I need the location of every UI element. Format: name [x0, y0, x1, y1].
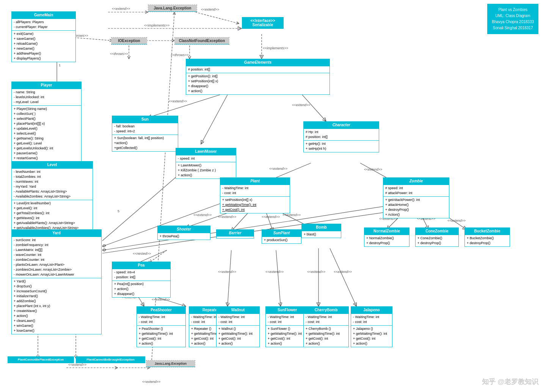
- svg-text:<<extend>>: <<extend>>: [269, 167, 287, 171]
- sun-flower-methods: + SunFlower () + getWaitingTime(): int +…: [266, 325, 309, 347]
- bucket-zombie-title: BucketZombie: [465, 228, 510, 235]
- character-title: Character: [304, 122, 379, 129]
- sun-flower-title: SunFlower: [266, 307, 309, 314]
- cherry-bomb-box: CherryBomb - WaitingTime: int - cost: in…: [303, 306, 349, 347]
- zombie-methods: + getAttackPower(): int + attackHome() +…: [383, 196, 449, 218]
- bomb-methods: + blast(): [302, 231, 341, 238]
- normal-zombie-title: NormalZombie: [364, 228, 409, 235]
- info-title: Plant vs Zombies: [492, 7, 534, 13]
- game-main-fields: - allPlayers: Players - currentPlayer: P…: [12, 19, 75, 30]
- player-title: Player: [12, 82, 81, 89]
- pea-methods: + Pea(int[] position) + action() + disap…: [112, 281, 170, 297]
- info-box: Plant vs Zombies UML: Class Diagram Bhav…: [487, 4, 538, 34]
- character-fields: # Hp: int # position: int[]: [304, 129, 379, 140]
- plant-box: Plant - WaitingTime: int - cost: int + s…: [220, 177, 290, 213]
- svg-text:1: 1: [59, 63, 61, 67]
- yard-title: Yard: [12, 230, 101, 237]
- svg-line-25: [201, 95, 228, 144]
- svg-text:<<extend>>: <<extend>>: [169, 99, 187, 103]
- svg-text:<<extend>>: <<extend>>: [292, 103, 310, 107]
- plant-cannot-be-brought-title: PlantCannotBeBroughtException: [76, 357, 145, 363]
- java-lang-exception-title: Java.Lang.Exception: [148, 5, 197, 12]
- cherry-bomb-fields: - WaitingTime: int - cost: int: [304, 314, 348, 325]
- yard-fields: - sunScore: int - zombieFrequency: int -…: [12, 237, 101, 278]
- barrier-title: Barrier: [217, 230, 254, 237]
- svg-text:5: 5: [118, 209, 119, 213]
- yard-box: Yard - sunScore: int - zombieFrequency: …: [11, 229, 102, 334]
- game-elements-box: GameElements # position: int[] + getPosi…: [186, 59, 330, 95]
- game-main-methods: + exit(Game) + saveGame() + reloadGame()…: [12, 30, 75, 62]
- svg-text:<<throws>>: <<throws>>: [110, 52, 128, 56]
- plant-methods: + setPosition(int[] x) + getWaitingTime(…: [220, 196, 290, 213]
- plant-cannot-be-brought-box: PlantCannotBeBroughtException: [76, 356, 145, 363]
- lawn-mower-title: LawnMower: [176, 148, 236, 155]
- serializable-title: <<Interface>>Serializable: [242, 17, 283, 28]
- sun-methods: + Sun(boolean: fall, int[] position) +ac…: [112, 135, 178, 151]
- serializable-box: <<Interface>>Serializable: [242, 17, 284, 29]
- level-methods: + Level(int levelNumber) + getLevel(): i…: [12, 200, 93, 231]
- bucket-zombie-box: BucketZombie + BucketZombie() + destroyP…: [464, 227, 510, 247]
- zombie-title: Zombie: [383, 178, 449, 185]
- plant-fields: - WaitingTime: int - cost: int: [220, 185, 290, 196]
- level-fields: - levelNumber: int - totalZombies: int -…: [12, 168, 93, 200]
- svg-text:<<extend>>: <<extend>>: [142, 380, 160, 384]
- svg-line-34: [231, 210, 250, 231]
- class-not-found-exception-box: ClassNotFoundException: [174, 37, 229, 45]
- svg-line-54: [276, 250, 281, 306]
- shooter-methods: + throwPea(): [158, 233, 210, 240]
- svg-text:<<extend>>: <<extend>>: [265, 270, 284, 274]
- svg-text:<<extend>>: <<extend>>: [282, 213, 301, 217]
- normal-zombie-box: NormalZombie + NormalZombie() + destroyP…: [364, 227, 410, 247]
- svg-text:<<implements>>: <<implements>>: [144, 24, 169, 27]
- svg-text:<<extend>>: <<extend>>: [447, 219, 466, 223]
- class-not-found-exception-title: ClassNotFoundException: [175, 38, 229, 44]
- character-methods: + getHp(): Int + setHp(int h): [304, 140, 379, 152]
- wallnut-fields: - WaitingTime: int - cost: int: [217, 314, 259, 325]
- io-exception-box: IOException: [111, 37, 147, 45]
- sun-box: Sun - fall: boolean - speed: int=2 + Sun…: [112, 116, 178, 152]
- jalapeno-box: Jalapeno - WaitingTime: int - cost: int …: [351, 306, 392, 347]
- pea-fields: - speed: int=4 - position: int[]: [112, 269, 170, 281]
- svg-text:<<extend>>: <<extend>>: [334, 270, 352, 274]
- svg-line-58: [330, 248, 356, 306]
- pea-shooter-methods: + PeaShooter () + getWaitingTime(): int …: [137, 325, 185, 347]
- svg-line-36: [265, 210, 273, 231]
- java-lang-exception-box: Java.Lang.Exception: [148, 5, 197, 12]
- svg-line-52: [228, 250, 231, 306]
- info-subtitle: UML: Class Diagram: [492, 13, 534, 19]
- wallnut-methods: + Wallnut () + getWaitingTime(): int + g…: [217, 325, 259, 347]
- svg-text:<<throws>>: <<throws>>: [171, 53, 189, 57]
- lawn-mower-box: LawnMower - speed: int + LawnMower() + K…: [176, 148, 236, 179]
- lawn-mower-fields: - speed: int: [176, 155, 236, 162]
- io-exception-title: IOException: [111, 38, 147, 44]
- barrier-box: Barrier: [216, 229, 254, 238]
- game-elements-methods: + getPosition(): int[] + setPosition(int…: [186, 73, 329, 94]
- svg-text:<<extend>>: <<extend>>: [152, 298, 170, 301]
- shooter-box: Shooter + throwPea(): [157, 226, 210, 240]
- pea-box: Pea - speed: int=4 - position: int[] + P…: [112, 262, 171, 298]
- character-box: Character # Hp: int # position: int[] + …: [303, 121, 379, 152]
- sun-title: Sun: [112, 116, 178, 123]
- plant-cannot-be-placed-box: PlantCannotBePlacedException: [8, 356, 74, 363]
- svg-text:<<extend>>: <<extend>>: [262, 215, 280, 219]
- cone-zombie-box: ConeZombie + ConeZombie() + destroyProp(…: [415, 227, 459, 247]
- bucket-zombie-methods: + BucketZombie() + destroyProp(): [465, 235, 510, 246]
- player-box: Player - name: String - levelsUnlocked: …: [11, 82, 82, 167]
- bomb-title: Bomb: [302, 224, 341, 231]
- zombie-box: Zombie # speed: int # attackPower: int +…: [383, 177, 449, 218]
- shooter-title: Shooter: [158, 226, 210, 233]
- plant-cannot-be-placed-title: PlantCannotBePlacedException: [8, 357, 74, 363]
- cone-zombie-title: ConeZombie: [416, 228, 458, 235]
- java-lang-exception-bottom-title: Java.Lang.Exception: [146, 361, 195, 367]
- game-main-title: GameMain: [12, 12, 75, 19]
- info-author2: Sonali Singhal 2018317: [492, 25, 534, 31]
- svg-text:<<nested>>: <<nested>>: [133, 252, 151, 256]
- svg-text:<<extend>>: <<extend>>: [201, 8, 219, 11]
- player-methods: + Player(String name) + collectSun( ) + …: [12, 105, 81, 166]
- svg-line-23: [148, 95, 220, 118]
- game-elements-fields: # position: int[]: [186, 66, 329, 73]
- info-author1: Bhavya Chopra 2018333: [492, 19, 534, 25]
- svg-text:<<extend>>: <<extend>>: [218, 215, 236, 219]
- bomb-box: Bomb + blast(): [301, 224, 341, 238]
- svg-text:<<implements>>: <<implements>>: [263, 46, 288, 50]
